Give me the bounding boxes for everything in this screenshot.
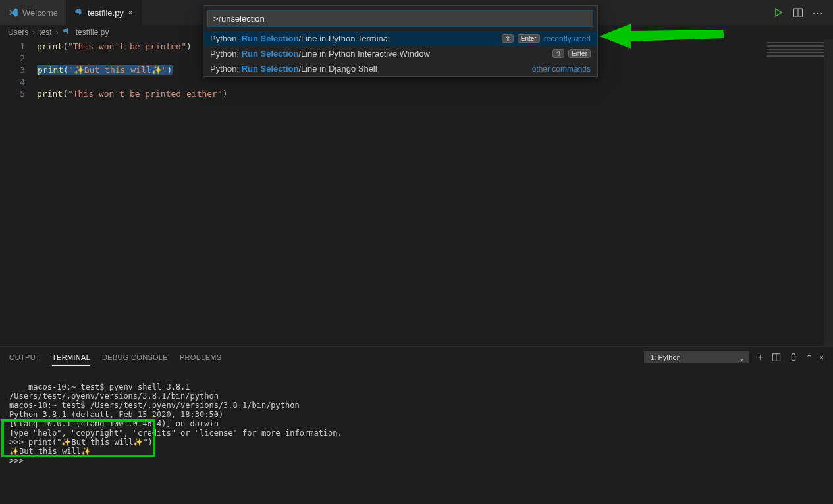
chevron-up-icon[interactable]: ⌃ bbox=[806, 353, 812, 362]
command-meta: other commands bbox=[532, 64, 591, 74]
tab-label: Welcome bbox=[22, 8, 58, 18]
split-editor-icon[interactable] bbox=[793, 7, 803, 18]
more-icon[interactable]: ··· bbox=[813, 8, 824, 18]
keybinding: ⇧ bbox=[552, 49, 564, 58]
command-meta: recently used bbox=[544, 34, 591, 43]
keybinding: Enter bbox=[568, 49, 591, 58]
panel-tab-output[interactable]: OUTPUT bbox=[9, 349, 40, 365]
trash-icon[interactable] bbox=[789, 353, 798, 362]
split-terminal-icon[interactable] bbox=[772, 353, 781, 362]
keybinding: Enter bbox=[518, 34, 540, 43]
terminal-output[interactable]: macos-10:~ test$ pyenv shell 3.8.1 /User… bbox=[0, 368, 833, 504]
panel-tab-debug[interactable]: DEBUG CONSOLE bbox=[102, 349, 168, 365]
scrollbar[interactable] bbox=[824, 39, 833, 346]
command-item[interactable]: Python: Run Selection/Line in Python Ter… bbox=[203, 31, 597, 46]
panel-actions: 1: Python ⌄ + ⌃ × bbox=[644, 351, 824, 363]
crumb[interactable]: test bbox=[39, 28, 51, 37]
chevron-right-icon: › bbox=[32, 28, 35, 37]
run-icon[interactable] bbox=[773, 7, 784, 18]
chevron-down-icon: ⌄ bbox=[739, 354, 745, 363]
code-content[interactable]: print("This won't be printed")print("✨Bu… bbox=[37, 41, 754, 346]
svg-marker-3 bbox=[599, 24, 724, 49]
vscode-icon bbox=[8, 7, 18, 18]
annotation-arrow bbox=[599, 20, 724, 55]
panel: OUTPUT TERMINAL DEBUG CONSOLE PROBLEMS 1… bbox=[0, 346, 833, 504]
svg-point-0 bbox=[78, 9, 78, 10]
crumb[interactable]: testfile.py bbox=[76, 28, 109, 37]
tab-welcome[interactable]: Welcome bbox=[0, 0, 67, 25]
panel-tab-terminal[interactable]: TERMINAL bbox=[52, 349, 90, 366]
tab-file[interactable]: testfile.py × bbox=[67, 0, 142, 25]
panel-tabs: OUTPUT TERMINAL DEBUG CONSOLE PROBLEMS 1… bbox=[0, 347, 833, 368]
tab-label: testfile.py bbox=[88, 8, 124, 18]
editor-actions: ··· bbox=[773, 0, 833, 25]
command-list: Python: Run Selection/Line in Python Ter… bbox=[203, 31, 597, 76]
panel-tab-problems[interactable]: PROBLEMS bbox=[180, 349, 222, 365]
close-panel-icon[interactable]: × bbox=[820, 353, 824, 361]
python-icon bbox=[63, 28, 72, 37]
terminal-select-label: 1: Python bbox=[650, 353, 680, 361]
editor-area: 12345 print("This won't be printed")prin… bbox=[0, 39, 833, 346]
command-item[interactable]: Python: Run Selection/Line in Python Int… bbox=[203, 46, 597, 61]
command-item[interactable]: Python: Run Selection/Line in Django She… bbox=[203, 61, 597, 76]
terminal-text: macos-10:~ test$ pyenv shell 3.8.1 /User… bbox=[9, 382, 342, 465]
close-icon[interactable]: × bbox=[128, 7, 133, 18]
new-terminal-icon[interactable]: + bbox=[757, 351, 763, 363]
command-palette: Python: Run Selection/Line in Python Ter… bbox=[203, 5, 598, 77]
crumb[interactable]: Users bbox=[8, 28, 28, 37]
command-input[interactable] bbox=[207, 10, 593, 27]
keybinding: ⇧ bbox=[502, 34, 514, 43]
minimap[interactable] bbox=[754, 39, 833, 346]
line-gutter: 12345 bbox=[0, 41, 37, 346]
code-editor[interactable]: 12345 print("This won't be printed")prin… bbox=[0, 39, 754, 346]
terminal-select[interactable]: 1: Python ⌄ bbox=[644, 351, 749, 363]
python-icon bbox=[74, 8, 84, 17]
chevron-right-icon: › bbox=[56, 28, 59, 37]
